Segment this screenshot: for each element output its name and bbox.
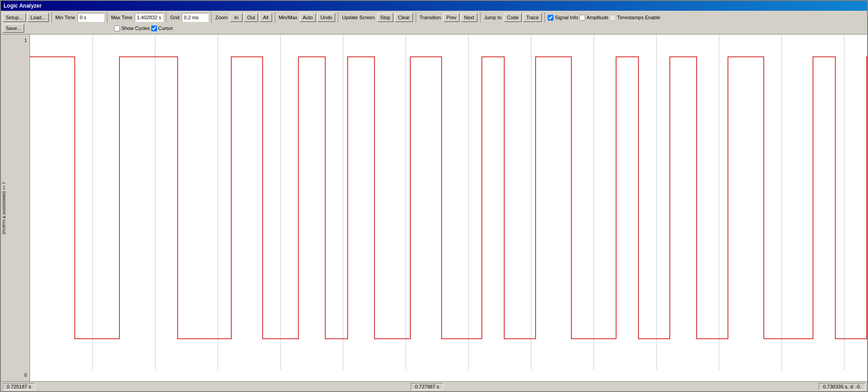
toolbar-row-1: Setup... Load... Min Time 0 s Max Time 1… xyxy=(3,12,865,23)
setup-button[interactable]: Setup... xyxy=(3,13,26,22)
timestamps-checkbox[interactable] xyxy=(610,15,616,21)
show-cycles-checkbox[interactable] xyxy=(114,26,120,31)
separator-7 xyxy=(416,12,416,23)
status-right: 0.730335 s, d: -0. xyxy=(819,383,865,390)
toolbar-row-2: Save... Show Cycles Cursor xyxy=(3,24,865,33)
status-bar: 0.725187 s 0.727987 s 0.730335 s, d: -0. xyxy=(1,381,867,391)
max-time-value: 1.402832 s xyxy=(135,13,163,22)
left-time: 0.725187 s xyxy=(7,384,31,389)
next-button[interactable]: Next xyxy=(461,13,477,22)
clear-button[interactable]: Clear xyxy=(395,13,413,22)
auto-button[interactable]: Auto xyxy=(300,13,316,22)
amplitude-checkbox[interactable] xyxy=(579,15,585,21)
cursor-label: Cursor xyxy=(158,26,173,31)
show-cycles-label: Show Cycles xyxy=(121,26,150,31)
separator-8 xyxy=(480,12,481,23)
separator-9 xyxy=(545,12,545,23)
cursor-group: Cursor xyxy=(151,26,173,31)
separator-2 xyxy=(107,12,107,23)
main-window: Logic Analyzer Setup... Load... Min Time… xyxy=(0,0,868,392)
show-cycles-group: Show Cycles xyxy=(114,26,150,31)
trace-button[interactable]: Trace xyxy=(523,13,542,22)
signal-info-group: Signal Info xyxy=(548,15,578,21)
separator-3 xyxy=(166,12,166,23)
undo-button[interactable]: Undo xyxy=(317,13,335,22)
code-button[interactable]: Code xyxy=(504,13,522,22)
stop-button[interactable]: Stop xyxy=(377,13,394,22)
channel-label: (PORTA & 0x00000080) >> 7 xyxy=(2,182,6,234)
load-button[interactable]: Load... xyxy=(27,13,49,22)
zoom-label: Zoom xyxy=(214,15,229,20)
status-center: 0.727987 s xyxy=(411,383,443,390)
amplitude-label: Amplitude xyxy=(587,15,608,20)
right-time: 0.730335 s, d: -0. xyxy=(823,384,861,389)
scale-low: 0 xyxy=(24,373,27,378)
channel-labels-panel: 1 0 (PORTA & 0x00000080) >> 7 xyxy=(1,34,30,381)
separator-1 xyxy=(51,12,52,23)
timestamps-group: Timestamps Enable xyxy=(610,15,660,21)
separator-4 xyxy=(211,12,212,23)
signal-info-checkbox[interactable] xyxy=(548,15,553,21)
separator-5 xyxy=(275,12,275,23)
toolbar: Setup... Load... Min Time 0 s Max Time 1… xyxy=(1,11,867,34)
separator-6 xyxy=(338,12,338,23)
min-time-label: Min Time xyxy=(55,15,77,20)
grid-value: 0.2 ms xyxy=(182,13,208,22)
title-bar: Logic Analyzer xyxy=(1,1,867,11)
waveform-svg xyxy=(30,34,867,381)
amplitude-group: Amplitude xyxy=(579,15,608,21)
status-left: 0.725187 s xyxy=(3,383,35,390)
update-screen-label: Update Screen xyxy=(341,15,375,20)
zoom-all-button[interactable]: All xyxy=(260,13,272,22)
waveform-area[interactable] xyxy=(30,34,867,381)
main-area: 1 0 (PORTA & 0x00000080) >> 7 xyxy=(1,34,867,381)
zoom-in-button[interactable]: In xyxy=(230,13,243,22)
save-button[interactable]: Save... xyxy=(3,24,24,33)
prev-button[interactable]: Prev xyxy=(443,13,460,22)
cursor-checkbox[interactable] xyxy=(151,26,157,31)
grid-label: Grid xyxy=(169,15,180,20)
minmax-label: Min/Max xyxy=(278,15,298,20)
max-time-label: Max Time xyxy=(110,15,133,20)
scale-high: 1 xyxy=(24,38,27,43)
transition-label: Transition xyxy=(419,15,442,20)
jumpto-label: Jump to xyxy=(483,15,502,20)
center-time: 0.727987 s xyxy=(415,384,439,389)
zoom-out-button[interactable]: Out xyxy=(244,13,258,22)
window-title: Logic Analyzer xyxy=(4,3,42,9)
min-time-value: 0 s xyxy=(77,13,104,22)
timestamps-label: Timestamps Enable xyxy=(617,15,660,20)
signal-info-label: Signal Info xyxy=(555,15,578,20)
